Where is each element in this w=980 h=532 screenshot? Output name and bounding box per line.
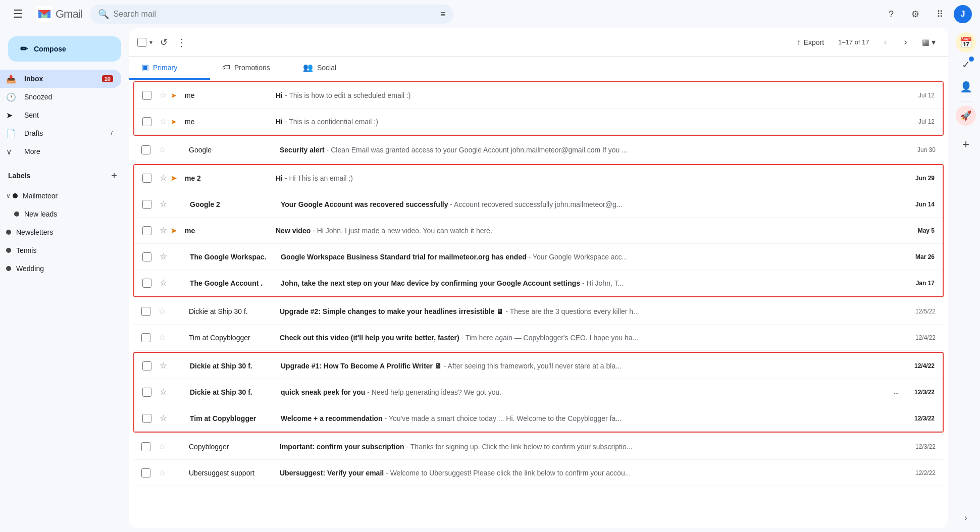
email-checkbox[interactable]	[142, 174, 151, 183]
sidebar-item-wedding[interactable]: Wedding	[0, 259, 129, 278]
add-label-button[interactable]: +	[107, 169, 121, 183]
email-checkbox[interactable]	[142, 361, 151, 370]
star-icon[interactable]: ☆	[160, 413, 167, 423]
avatar[interactable]: J	[954, 5, 972, 23]
pencil-icon: ✏	[20, 43, 28, 55]
inbox-label: Inbox	[24, 75, 43, 83]
star-icon[interactable]: ☆	[159, 145, 166, 154]
email-checkbox[interactable]	[142, 414, 151, 423]
email-date: May 5	[907, 227, 935, 234]
star-icon[interactable]: ☆	[160, 278, 167, 288]
email-row[interactable]: ☆ Google 2 Your Google Account was recov…	[134, 191, 943, 218]
sidebar-item-mailmeteor[interactable]: ∨ Mailmeteor	[0, 187, 129, 205]
star-icon[interactable]: ☆	[159, 306, 166, 316]
sidebar-item-sent[interactable]: ➤ Sent	[0, 106, 121, 124]
sender-name: Google 2	[190, 200, 281, 208]
email-row[interactable]: ☆ The Google Account . John, take the ne…	[134, 270, 943, 296]
email-row[interactable]: ☆ Dickie at Ship 30 f. Upgrade #2: Simpl…	[133, 298, 944, 325]
tasks-icon[interactable]: ✓	[956, 55, 976, 75]
search-filter-icon[interactable]: ≡	[440, 9, 446, 20]
tab-social[interactable]: 👥 Social	[291, 57, 372, 80]
star-icon[interactable]: ☆	[160, 90, 167, 100]
sidebar-item-new-leads[interactable]: New leads	[0, 205, 129, 223]
email-row[interactable]: ☆ ➤ me 2 Hi - Hi This is an email :) Jun…	[134, 165, 943, 191]
sidebar-item-more[interactable]: ∨ More	[0, 142, 121, 161]
search-input[interactable]	[113, 10, 436, 19]
apps-button[interactable]: ⠿	[930, 4, 950, 24]
email-snippet: Upgrade #2: Simple changes to make your …	[280, 307, 900, 315]
search-bar[interactable]: 🔍 ≡	[90, 5, 453, 24]
star-icon[interactable]: ☆	[160, 226, 167, 235]
email-checkbox[interactable]	[141, 468, 150, 477]
menu-icon[interactable]: ☰	[8, 4, 28, 24]
star-icon[interactable]: ☆	[159, 468, 166, 477]
prev-page-button[interactable]: ‹	[878, 34, 894, 50]
email-checkbox[interactable]	[142, 388, 151, 397]
email-checkbox[interactable]	[141, 333, 150, 342]
tennis-label: Tennis	[16, 246, 36, 254]
mailmeteor-icon[interactable]: 🚀	[956, 105, 976, 126]
add-app-button[interactable]: +	[956, 134, 976, 154]
right-sidebar-divider2	[960, 130, 972, 130]
refresh-button[interactable]: ↺	[156, 34, 172, 50]
star-icon[interactable]: ☆	[160, 173, 167, 183]
email-date: 12/4/22	[908, 334, 936, 341]
sidebar-item-drafts[interactable]: 📄 Drafts 7	[0, 124, 121, 142]
email-checkbox[interactable]	[142, 279, 151, 288]
email-checkbox[interactable]	[142, 226, 151, 235]
select-all-checkbox[interactable]	[137, 38, 146, 47]
compose-button[interactable]: ✏ Compose	[8, 36, 121, 62]
contacts-icon[interactable]: 👤	[956, 77, 976, 97]
sidebar-item-inbox[interactable]: 📥 Inbox 10	[0, 70, 121, 88]
sidebar-item-tennis[interactable]: Tennis	[0, 241, 129, 259]
email-checkbox[interactable]	[142, 252, 151, 261]
email-row[interactable]: ☆ Google Security alert - Clean Email wa…	[133, 137, 944, 163]
email-row[interactable]: ☆ Ubersuggest support Ubersuggest: Verif…	[133, 460, 944, 486]
compose-label: Compose	[34, 45, 66, 53]
email-row[interactable]: ☆ The Google Workspac. Google Workspace …	[134, 244, 943, 270]
email-snippet: Check out this video (it'll help you wri…	[280, 334, 900, 342]
layout-button[interactable]: ▦ ▾	[918, 35, 940, 49]
sidebar-item-newsletters[interactable]: Newsletters	[0, 223, 129, 241]
star-icon[interactable]: ☆	[160, 252, 167, 261]
email-row[interactable]: ☆ ➤ me New video - Hi John, I just made …	[134, 218, 943, 244]
email-checkbox[interactable]	[142, 200, 151, 209]
email-snippet: Your Google Account was recovered succes…	[281, 200, 899, 208]
sender-name: me	[185, 118, 276, 126]
star-icon[interactable]: ☆	[159, 442, 166, 451]
tabs: ▣ Primary 🏷 Promotions 👥 Social	[129, 57, 948, 80]
next-page-button[interactable]: ›	[898, 34, 914, 50]
email-row[interactable]: ☆ Tim at Copyblogger Check out this vide…	[133, 325, 944, 351]
tab-promotions[interactable]: 🏷 Promotions	[210, 57, 291, 80]
email-row[interactable]: ☆ Dickie at Ship 30 f. quick sneak peek …	[134, 379, 943, 405]
star-icon[interactable]: ☆	[159, 333, 166, 342]
right-sidebar-divider	[960, 101, 972, 101]
export-button[interactable]: ↑ Export	[791, 35, 830, 50]
email-checkbox[interactable]	[141, 307, 150, 316]
tab-primary[interactable]: ▣ Primary	[129, 57, 210, 80]
settings-button[interactable]: ⚙	[905, 4, 925, 24]
email-checkbox[interactable]	[142, 91, 151, 100]
select-dropdown-button[interactable]: ▾	[148, 37, 153, 48]
calendar-icon[interactable]: 📅	[956, 32, 976, 52]
email-checkbox[interactable]	[141, 442, 150, 451]
star-icon[interactable]: ☆	[160, 361, 167, 370]
email-row[interactable]: ☆ Tim at Copyblogger Welcome + a recomme…	[134, 405, 943, 432]
email-checkbox[interactable]	[141, 145, 150, 154]
more-options-button[interactable]: ⋮	[174, 34, 190, 50]
new-leads-label: New leads	[24, 210, 57, 218]
star-icon[interactable]: ☆	[160, 199, 167, 209]
sidebar-item-snoozed[interactable]: 🕐 Snoozed	[0, 88, 121, 106]
help-button[interactable]: ?	[881, 4, 901, 24]
email-row[interactable]: ☆ ➤ me Hi - This is a confidential email…	[134, 109, 943, 135]
email-checkbox[interactable]	[142, 117, 151, 126]
email-row[interactable]: ☆ ➤ me Hi - This is how to edit a schedu…	[134, 82, 943, 109]
email-row[interactable]: ☆ Copyblogger Important: confirm your su…	[133, 434, 944, 460]
mailmeteor-dot	[13, 193, 18, 198]
star-icon[interactable]: ☆	[160, 117, 167, 126]
collapse-sidebar-button[interactable]: ›	[956, 508, 976, 528]
email-row[interactable]: ☆ Dickie at Ship 30 f. Upgrade #1: How T…	[134, 353, 943, 379]
sidebar: ✏ Compose 📥 Inbox 10 🕐 Snoozed ➤ Sent 📄 …	[0, 28, 129, 532]
email-date: Jun 29	[907, 175, 935, 182]
star-icon[interactable]: ☆	[160, 387, 167, 397]
